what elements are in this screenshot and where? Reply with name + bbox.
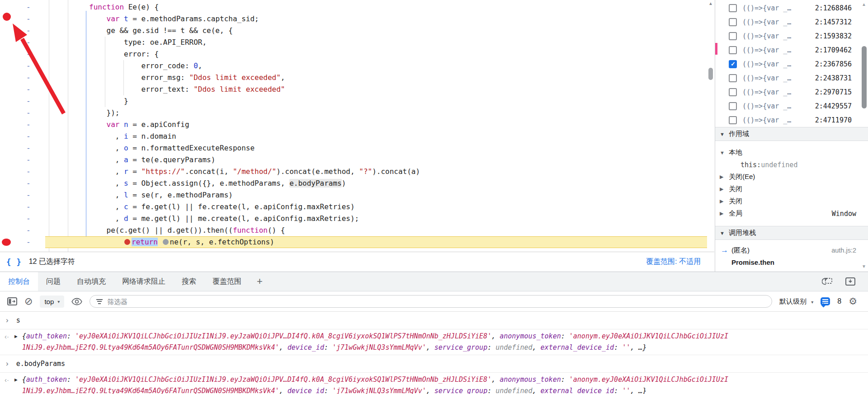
console-filter-input[interactable]	[107, 298, 772, 305]
breakpoint-entry[interactable]: (()=>{var _…2:2367856	[715, 57, 868, 71]
breakpoint-checkbox[interactable]	[729, 88, 737, 96]
breakpoint-entry[interactable]: (()=>{var _…2:4429557	[715, 99, 868, 113]
call-stack-frame[interactable]: Promise.then	[715, 257, 868, 267]
breakpoint-entry[interactable]: (()=>{var _…2:1593832	[715, 29, 868, 43]
breakpoint-checkbox[interactable]	[729, 102, 737, 110]
code-text[interactable]: error_code: 0,	[43, 60, 202, 72]
code-text[interactable]: error_msg: "Ddos limit exceeded",	[43, 72, 285, 84]
line-gutter-dash[interactable]: -	[0, 60, 43, 72]
code-line[interactable]: - var n = e.apiConfig	[0, 119, 714, 131]
line-gutter-dash[interactable]: -	[0, 201, 43, 213]
breakpoint-entry[interactable]: (()=>{var _…2:4711970	[715, 113, 868, 127]
chevron-right-icon[interactable]: ▶	[720, 174, 729, 180]
drawer-tab-4[interactable]: 搜索	[174, 272, 204, 291]
line-gutter-dash[interactable]: -	[0, 178, 43, 189]
rotate-dashed-icon[interactable]	[822, 277, 833, 286]
inline-breakpoint-red-icon[interactable]	[124, 239, 130, 245]
code-text[interactable]: type: oe.API_ERROR,	[43, 37, 207, 48]
code-text[interactable]: , a = te(e.queryParams)	[43, 154, 215, 166]
console-input-text[interactable]: e.bodyParams	[16, 358, 65, 369]
code-line[interactable]: - error_msg: "Ddos limit exceeded",	[0, 72, 714, 84]
eye-icon[interactable]	[71, 298, 82, 305]
code-line[interactable]: - , l = se(r, e.methodParams)	[0, 189, 714, 201]
console-filter[interactable]	[90, 295, 772, 308]
expand-triangle-icon[interactable]: ▶	[14, 374, 18, 385]
line-gutter-dash[interactable]: -	[0, 1, 43, 13]
code-line[interactable]: - , o = n.formattedExecuteResponse	[0, 142, 714, 154]
breakpoint-checkbox[interactable]	[729, 32, 737, 40]
code-editor[interactable]: -function Ee(e) {- var t = e.methodParam…	[0, 0, 714, 252]
code-line[interactable]: - , c = fe.get(l) || fe.create(l, e.apiC…	[0, 201, 714, 213]
breakpoint-entry[interactable]: (()=>{var _…2:1268846	[715, 1, 868, 15]
pretty-print-button[interactable]: { }	[6, 258, 22, 267]
line-gutter-dash[interactable]: -	[0, 166, 43, 178]
scroll-up-icon[interactable]: ▲	[862, 2, 866, 7]
code-text[interactable]: });	[43, 107, 119, 119]
breakpoint-checkbox[interactable]	[729, 74, 737, 82]
code-line[interactable]: - type: oe.API_ERROR,	[0, 37, 714, 48]
scroll-down-icon[interactable]: ▼	[862, 264, 866, 269]
context-selector[interactable]: top ▾	[40, 296, 64, 308]
scope-node-row[interactable]: ▶关闭	[715, 195, 868, 207]
console-sidebar-toggle-icon[interactable]	[7, 297, 17, 305]
code-line[interactable]: - error_text: "Ddos limit exceeded"	[0, 84, 714, 95]
breakpoint-entry[interactable]: (()=>{var _…2:2970715	[715, 85, 868, 99]
drawer-tab-2[interactable]: 自动填充	[69, 272, 114, 291]
code-text[interactable]: function Ee(e) {	[43, 1, 159, 13]
line-gutter-dash[interactable]: -	[0, 84, 43, 95]
code-text[interactable]: pe(c.get() || d.get()).then((function() …	[43, 225, 285, 236]
code-line[interactable]: - }	[0, 95, 714, 107]
breakpoint-entry[interactable]: (()=>{var _…2:1457312	[715, 15, 868, 29]
drawer-tab-5[interactable]: 覆盖范围	[204, 272, 250, 291]
code-line[interactable]: -function Ee(e) {	[0, 1, 714, 13]
drawer-tab-1[interactable]: 问题	[38, 272, 69, 291]
line-gutter-dash[interactable]: -	[0, 225, 43, 236]
object-preview[interactable]: {auth_token: 'eyJ0eXAiOiJKV1QiLCJhbGciOi…	[22, 374, 728, 394]
code-text[interactable]: ge && ge.sid !== t && ce(e, {	[43, 25, 233, 37]
line-gutter-dash[interactable]: -	[0, 142, 43, 154]
expand-triangle-icon[interactable]: ▶	[14, 331, 18, 342]
code-line[interactable]: - ge && ge.sid !== t && ce(e, {	[0, 25, 714, 37]
breakpoint-checkbox[interactable]	[729, 116, 737, 124]
code-text[interactable]: error: {	[43, 48, 159, 60]
breakpoint-checkbox[interactable]	[729, 4, 737, 12]
code-text[interactable]: , l = se(r, e.methodParams)	[43, 189, 233, 201]
code-line[interactable]: - , r = "https://".concat(i, "/method/")…	[0, 166, 714, 178]
breakpoint-entry[interactable]: (()=>{var _…2:2438731	[715, 71, 868, 85]
line-gutter-dash[interactable]: -	[0, 37, 43, 48]
scope-node-row[interactable]: ▶全局Window	[715, 207, 868, 220]
code-line[interactable]: - , s = Object.assign({}, e.methodParams…	[0, 178, 714, 189]
drawer-tab-3[interactable]: 网络请求阻止	[114, 272, 174, 291]
scope-section-header[interactable]: ▼ 作用域	[715, 127, 868, 141]
code-line[interactable]: - pe(c.get() || d.get()).then((function(…	[0, 225, 714, 236]
breakpoint-checkbox[interactable]	[729, 46, 737, 54]
line-gutter-dash[interactable]: -	[0, 119, 43, 131]
chevron-down-icon[interactable]: ▼	[720, 150, 729, 155]
line-gutter-dash[interactable]: -	[0, 107, 43, 119]
chevron-right-icon[interactable]: ▶	[720, 211, 729, 216]
line-gutter-dash[interactable]: -	[0, 131, 43, 142]
line-gutter-dash[interactable]: -	[0, 72, 43, 84]
code-line[interactable]: - , i = n.domain	[0, 131, 714, 142]
coverage-status-link[interactable]: 覆盖范围: 不适用	[646, 257, 701, 267]
code-text[interactable]: , r = "https://".concat(i, "/method/").c…	[43, 166, 420, 178]
code-text[interactable]: , s = Object.assign({}, e.methodParams, …	[43, 178, 346, 189]
chevron-right-icon[interactable]: ▶	[720, 198, 729, 204]
execution-line[interactable]: - return ne(r, s, e.fetchOptions)	[0, 236, 714, 248]
line-gutter-dash[interactable]: -	[0, 48, 43, 60]
dock-bottom-icon[interactable]	[845, 277, 855, 286]
line-gutter-dash[interactable]: -	[0, 213, 43, 225]
code-text[interactable]: , d = me.get(l) || me.create(l, e.apiCon…	[43, 213, 359, 225]
object-preview[interactable]: {auth_token: 'eyJ0eXAiOiJKV1QiLCJhbGciOi…	[22, 331, 728, 353]
code-text[interactable]: var t = e.methodParams.captcha_sid;	[43, 13, 259, 25]
code-line[interactable]: - });	[0, 107, 714, 119]
code-line[interactable]: - var t = e.methodParams.captcha_sid;	[0, 13, 714, 25]
message-bubble-icon[interactable]	[821, 297, 830, 305]
clear-console-button[interactable]: ⊘	[24, 296, 33, 306]
scrollbar-thumb[interactable]	[708, 68, 713, 80]
scroll-up-icon[interactable]: ▲	[708, 1, 713, 6]
code-text[interactable]: , o = n.formattedExecuteResponse	[43, 142, 255, 154]
code-text[interactable]: error_text: "Ddos limit exceeded"	[43, 84, 285, 95]
chevron-right-icon[interactable]: ▶	[720, 186, 729, 192]
line-gutter-dash[interactable]: -	[0, 189, 43, 201]
